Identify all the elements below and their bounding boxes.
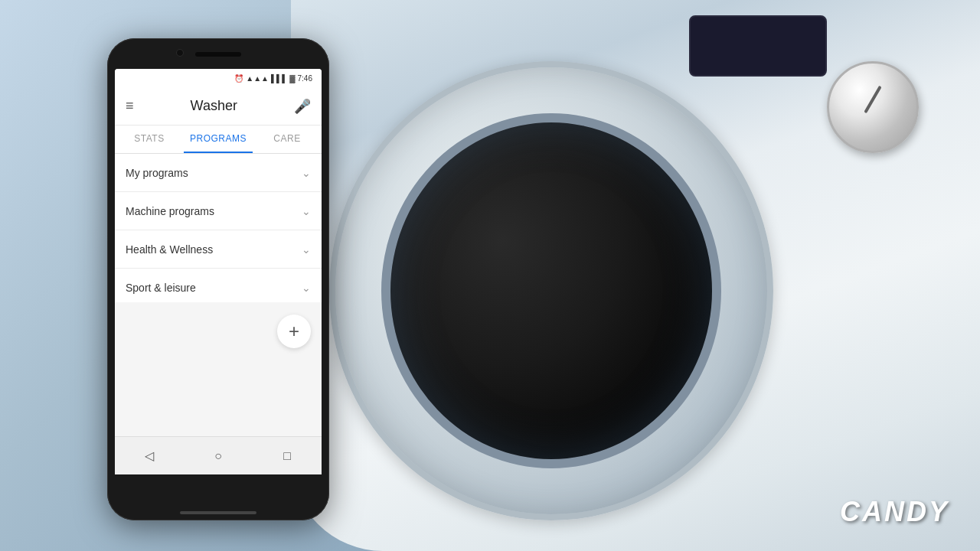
alarm-icon: ⏰ xyxy=(234,74,243,83)
menu-icon[interactable]: ≡ xyxy=(126,98,134,114)
battery-icon: ▓ xyxy=(289,74,295,83)
app-content: ⏰ ▲▲▲ ▌▌▌ ▓ 7:46 ≡ Washer 🎤 STATS xyxy=(115,69,322,474)
programs-list-section: My programs ⌄ Machine programs ⌄ xyxy=(115,154,322,474)
phone-navigation-bar: ◁ ○ □ xyxy=(115,436,322,474)
tab-stats[interactable]: STATS xyxy=(115,126,184,153)
washer-door-inner xyxy=(381,113,721,468)
phone-device: ⏰ ▲▲▲ ▌▌▌ ▓ 7:46 ≡ Washer 🎤 STATS xyxy=(107,38,329,520)
programs-list: My programs ⌄ Machine programs ⌄ xyxy=(115,154,322,302)
sport-leisure-label: Sport & leisure xyxy=(126,282,196,294)
signal-icon: ▌▌▌ xyxy=(271,74,287,83)
tab-bar: STATS PROGRAMS CARE xyxy=(115,126,322,154)
status-bar: ⏰ ▲▲▲ ▌▌▌ ▓ 7:46 xyxy=(115,69,322,87)
candy-brand-logo: CANDY xyxy=(840,496,949,528)
list-item-sport-leisure[interactable]: Sport & leisure ⌄ xyxy=(115,269,322,302)
tab-care[interactable]: CARE xyxy=(253,126,322,153)
machine-programs-label: Machine programs xyxy=(126,205,214,217)
phone-camera xyxy=(176,49,184,57)
app-header: ≡ Washer 🎤 xyxy=(115,87,322,126)
washer-knob xyxy=(827,61,919,153)
chevron-down-icon: ⌄ xyxy=(302,243,311,256)
tab-programs[interactable]: PROGRAMS xyxy=(184,126,253,153)
home-button[interactable]: ○ xyxy=(209,447,227,465)
list-item-my-programs[interactable]: My programs ⌄ xyxy=(115,154,322,192)
chevron-down-icon: ⌄ xyxy=(302,167,311,179)
list-item-machine-programs[interactable]: Machine programs ⌄ xyxy=(115,192,322,230)
phone-speaker xyxy=(195,52,241,57)
microphone-icon[interactable]: 🎤 xyxy=(294,98,311,115)
washer-background xyxy=(291,0,980,551)
list-item-health-wellness[interactable]: Health & Wellness ⌄ xyxy=(115,230,322,269)
chevron-down-icon: ⌄ xyxy=(302,282,311,294)
phone-screen: ⏰ ▲▲▲ ▌▌▌ ▓ 7:46 ≡ Washer 🎤 STATS xyxy=(115,69,322,474)
phone-home-bar xyxy=(180,511,256,514)
washer-panel xyxy=(689,15,827,77)
add-program-button[interactable]: + xyxy=(277,315,311,348)
status-icons: ⏰ ▲▲▲ ▌▌▌ ▓ 7:46 xyxy=(234,74,312,83)
phone-outer-shell: ⏰ ▲▲▲ ▌▌▌ ▓ 7:46 ≡ Washer 🎤 STATS xyxy=(107,38,329,520)
back-button[interactable]: ◁ xyxy=(140,447,158,465)
status-time: 7:46 xyxy=(298,74,312,83)
chevron-down-icon: ⌄ xyxy=(302,205,311,217)
washer-door xyxy=(329,61,773,520)
recents-button[interactable]: □ xyxy=(278,447,296,465)
wifi-icon: ▲▲▲ xyxy=(246,74,269,83)
health-wellness-label: Health & Wellness xyxy=(126,243,213,256)
my-programs-label: My programs xyxy=(126,167,188,179)
app-title: Washer xyxy=(191,98,237,114)
